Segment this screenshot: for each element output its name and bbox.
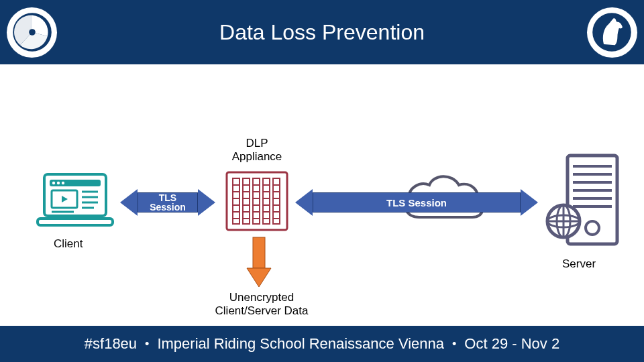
tls-right-label: TLS Session [313,197,520,208]
unencrypted-label: Unencrypted Client/Server Data [201,291,322,318]
diagram-canvas: DLP Appliance TLS Session [0,64,644,326]
left-arrow-head-left-icon [120,189,138,216]
right-arrow-head-right-icon [521,189,538,216]
client-laptop-icon [35,172,115,231]
svg-marker-66 [247,268,271,287]
svg-rect-16 [227,172,287,230]
tls-left-label: TLS Session [138,193,197,212]
horse-logo-icon [587,7,637,58]
dlp-appliance-label: DLP Appliance [223,137,290,164]
spinner-logo-icon [7,7,57,58]
footer-sep2: • [452,337,456,351]
tls-right-arrow: TLS Session [313,192,521,213]
server-icon [545,152,625,255]
svg-point-6 [52,182,55,184]
footer-venue: Imperial Riding School Renaissance Vienn… [157,335,444,353]
right-arrow-head-left-icon [295,189,313,216]
left-arrow-head-right-icon [198,189,215,216]
footer-dates: Oct 29 - Nov 2 [464,335,559,353]
slide-title: Data Loss Prevention [219,20,425,45]
footer-hashtag: #sf18eu [85,335,137,353]
svg-point-7 [57,182,60,184]
client-label: Client [54,237,83,251]
svg-rect-65 [253,237,265,268]
slide-footer: #sf18eu • Imperial Riding School Renaiss… [0,326,644,362]
slide-header: Data Loss Prevention [0,0,644,64]
svg-marker-10 [62,196,68,202]
dlp-appliance-icon [225,170,289,235]
svg-point-1 [29,29,36,36]
down-arrow-icon [246,236,272,291]
svg-point-8 [62,182,64,184]
tls-left-arrow: TLS Session [138,192,198,213]
footer-sep1: • [145,337,149,351]
server-label: Server [562,257,596,271]
svg-rect-4 [38,219,113,225]
